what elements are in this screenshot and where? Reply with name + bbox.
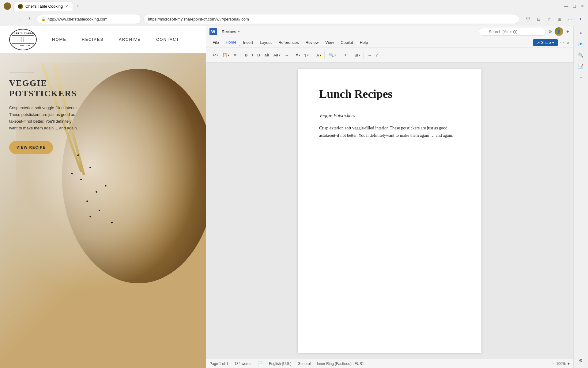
share-button[interactable]: ↗ Share ▾ bbox=[533, 39, 558, 46]
word-breadcrumb: Recipes bbox=[222, 29, 236, 34]
sidebar-settings: ⚙ bbox=[576, 356, 586, 366]
minimize-button[interactable]: — bbox=[564, 4, 568, 9]
underline-button[interactable]: U bbox=[255, 52, 262, 59]
window-controls-left: 👤 bbox=[4, 2, 11, 10]
menu-insert[interactable]: Insert bbox=[240, 39, 256, 46]
highlight-button[interactable]: A▾ bbox=[315, 52, 323, 59]
find-button[interactable]: 🔍▾ bbox=[327, 52, 338, 59]
seed-10 bbox=[111, 222, 113, 223]
nav-recipes[interactable]: RECIPES bbox=[82, 37, 104, 42]
zoom-level: 100% bbox=[556, 362, 566, 366]
view-recipe-button[interactable]: VIEW RECIPE bbox=[9, 141, 53, 154]
nav-archive[interactable]: ARCHIVE bbox=[119, 37, 141, 42]
strikethrough-button[interactable]: ab̶ bbox=[262, 52, 271, 59]
word-title-bar: W Recipes ▾ ⚙ 👤 ✦ bbox=[206, 26, 573, 37]
format-painter-button[interactable]: ✏ bbox=[232, 52, 239, 59]
word-breadcrumb-row: Recipes ▾ bbox=[222, 29, 474, 34]
site-header: CHEF'S TABLE 🍴 COOKING HOME RECIPES ARCH… bbox=[0, 26, 206, 53]
hero-section: VEGGIE POTSTICKERS Crisp exterior, soft … bbox=[0, 53, 206, 368]
hero-content: VEGGIE POTSTICKERS Crisp exterior, soft … bbox=[0, 53, 103, 368]
url-text: https://microsoft-my.sharepoint-df.com/w… bbox=[148, 17, 249, 21]
more-toolbar-button[interactable]: ··· bbox=[366, 52, 373, 59]
breadcrumb-chevron: ▾ bbox=[238, 29, 240, 34]
proofing-icon: 📄 bbox=[258, 361, 263, 366]
address-field[interactable]: 🔒 http://www.chefstablecooking.com bbox=[37, 14, 141, 24]
word-search-input[interactable] bbox=[479, 28, 546, 36]
ring-info: Inner Ring (Fastfood) : FUS1 bbox=[317, 362, 364, 366]
address-bar-right: 🛡 ⊟ ☆ ⊞ ··· ✦ bbox=[524, 15, 584, 23]
editor-button[interactable]: ✦ bbox=[342, 52, 349, 59]
more-toolbar-group: ··· ∨ bbox=[365, 52, 382, 59]
ribbon-collapse-icon[interactable]: ∧ bbox=[567, 40, 570, 45]
page-number: Page 1 of 1 bbox=[209, 362, 228, 366]
sidebar-note-icon[interactable]: 📝 bbox=[576, 61, 586, 71]
word-count: 134 words bbox=[234, 362, 251, 366]
table-button[interactable]: ⊞▾ bbox=[353, 52, 362, 59]
bold-button[interactable]: B bbox=[243, 52, 249, 59]
window-controls: — □ ✕ bbox=[564, 4, 584, 9]
split-screen-icon[interactable]: ⊟ bbox=[535, 15, 543, 23]
word-document-area[interactable]: Lunch Recipes Veggie Potstickers Crisp e… bbox=[206, 63, 573, 359]
logo-line1: CHEF'S TABLE bbox=[12, 32, 34, 35]
close-button[interactable]: ✕ bbox=[581, 4, 584, 9]
document-title: Lunch Recipes bbox=[319, 87, 460, 101]
refresh-button[interactable]: ↻ bbox=[26, 15, 34, 23]
maximize-button[interactable]: □ bbox=[573, 4, 576, 9]
profile-avatar[interactable]: 👤 bbox=[4, 2, 11, 10]
language: English (U.S.) bbox=[269, 362, 292, 366]
favorites-icon[interactable]: ☆ bbox=[545, 15, 553, 23]
clipboard-button[interactable]: 📋▾ bbox=[221, 52, 231, 59]
sidebar-bing-icon[interactable]: 🔍 bbox=[576, 50, 586, 60]
font-style-group: B I U ab̶ Aa▾ ··· bbox=[242, 52, 291, 59]
new-tab-button[interactable]: + bbox=[74, 2, 82, 10]
active-tab[interactable]: 🍽 Chef's Table Cooking ✕ bbox=[13, 1, 73, 11]
font-size-button[interactable]: Aa▾ bbox=[272, 52, 282, 59]
share-label: Share bbox=[541, 40, 551, 45]
nav-contact[interactable]: CONTACT bbox=[156, 37, 179, 42]
tab-favicon: 🍽 bbox=[18, 4, 23, 9]
bullets-button[interactable]: ≡▾ bbox=[294, 52, 302, 59]
menu-review[interactable]: Review bbox=[303, 39, 322, 46]
menu-help[interactable]: Help bbox=[357, 39, 371, 46]
sidebar-add-icon[interactable]: ＋ bbox=[576, 72, 586, 82]
zoom-out-button[interactable]: − bbox=[552, 362, 554, 366]
word-pane: W Recipes ▾ ⚙ 👤 ✦ File Home Insert Layou… bbox=[206, 26, 573, 368]
forward-button[interactable]: → bbox=[15, 15, 23, 23]
ribbon-more-icon[interactable]: ··· bbox=[560, 40, 564, 45]
menu-layout[interactable]: Layout bbox=[257, 39, 275, 46]
word-user-avatar[interactable]: 👤 bbox=[555, 27, 563, 36]
menu-view[interactable]: View bbox=[322, 39, 337, 46]
undo-button[interactable]: ↩▾ bbox=[211, 52, 220, 59]
word-page: Lunch Recipes Veggie Potstickers Crisp e… bbox=[298, 69, 481, 353]
menu-copilot[interactable]: Copilot bbox=[337, 39, 356, 46]
url-bar[interactable]: https://microsoft-my.sharepoint-df.com/w… bbox=[143, 14, 519, 24]
back-button[interactable]: ← bbox=[4, 15, 12, 23]
logo-text: CHEF'S TABLE 🍴 COOKING bbox=[12, 32, 34, 47]
zoom-controls: − 100% + bbox=[552, 362, 570, 366]
share-icon: ↗ bbox=[537, 40, 540, 45]
bing-icon[interactable]: ✦ bbox=[576, 15, 584, 23]
italic-button[interactable]: I bbox=[250, 52, 255, 59]
settings-icon[interactable]: ··· bbox=[566, 15, 574, 23]
menu-references[interactable]: References bbox=[275, 39, 302, 46]
seed-6 bbox=[105, 185, 107, 186]
tab-close-button[interactable]: ✕ bbox=[65, 4, 68, 9]
menu-home[interactable]: Home bbox=[223, 39, 239, 46]
paragraph-button[interactable]: ¶▾ bbox=[303, 52, 311, 59]
menu-file[interactable]: File bbox=[209, 39, 222, 46]
hero-divider bbox=[9, 72, 34, 72]
browser-right-sidebar: ✦ 📧 🔍 📝 ＋ ⚙ bbox=[573, 26, 588, 368]
zoom-in-button[interactable]: + bbox=[567, 362, 570, 366]
sidebar-settings-icon[interactable]: ⚙ bbox=[576, 356, 586, 366]
more-font-button[interactable]: ··· bbox=[283, 52, 290, 59]
expand-toolbar-button[interactable]: ∨ bbox=[373, 52, 380, 59]
website-pane: CHEF'S TABLE 🍴 COOKING HOME RECIPES ARCH… bbox=[0, 26, 206, 368]
collections-icon[interactable]: ⊞ bbox=[556, 15, 564, 23]
address-bar-row: ← → ↻ 🔒 http://www.chefstablecooking.com… bbox=[0, 12, 588, 26]
word-settings-icon[interactable]: ⚙ bbox=[548, 29, 552, 34]
word-copilot-icon[interactable]: ✦ bbox=[566, 29, 570, 35]
security-icon[interactable]: 🛡 bbox=[524, 15, 532, 23]
sidebar-copilot-icon[interactable]: ✦ bbox=[576, 28, 586, 38]
sidebar-outlook-icon[interactable]: 📧 bbox=[576, 39, 586, 49]
nav-home[interactable]: HOME bbox=[52, 37, 66, 42]
